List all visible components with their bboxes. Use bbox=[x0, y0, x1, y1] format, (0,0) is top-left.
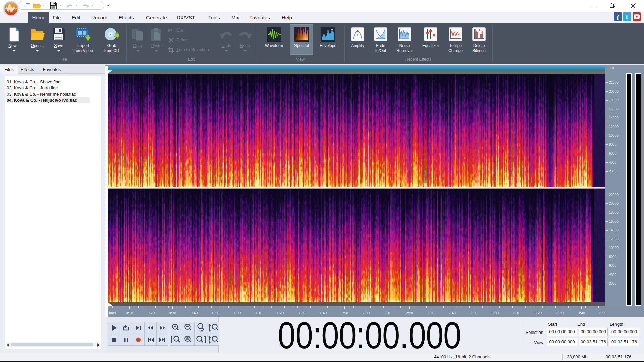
svg-text:100: 100 bbox=[199, 330, 203, 333]
